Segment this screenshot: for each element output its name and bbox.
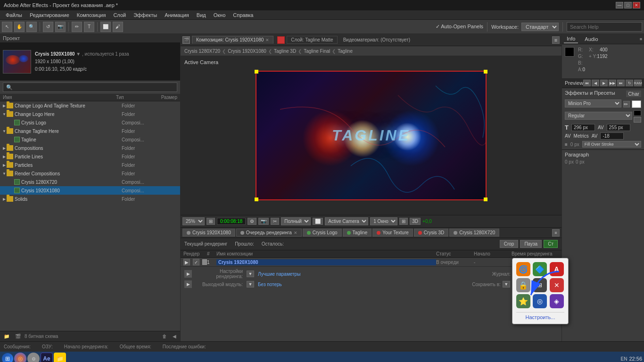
fill-select[interactable]: Fill Over Stroke (582, 141, 641, 148)
quality-select[interactable]: Полный (281, 217, 311, 225)
prev-play-button[interactable]: ▶ (600, 80, 608, 86)
camera-select[interactable]: Active Camera (325, 217, 368, 225)
prev-start-button[interactable]: ⏮ (583, 80, 591, 86)
folder-arrow-icon[interactable]: ▼ (2, 129, 7, 133)
handle-bl[interactable] (255, 197, 258, 201)
handle-tr[interactable] (484, 70, 487, 74)
menu-window[interactable]: Окно (210, 11, 230, 19)
tree-item-8[interactable]: ▶ParticlesFolder (0, 161, 180, 169)
breadcrumb-item-4[interactable]: Tagline (338, 49, 353, 54)
menu-composition[interactable]: Композиция (73, 11, 110, 19)
tool-shape[interactable]: ⬜ (100, 22, 111, 32)
render-row-expand[interactable]: ▶ (183, 259, 190, 265)
tree-item-9[interactable]: ▼Render CompositionsFolder (0, 169, 180, 178)
info-tab[interactable]: Info (564, 35, 578, 43)
search-input[interactable] (567, 22, 642, 32)
settings-expand[interactable]: ▶ (184, 270, 192, 278)
font-style-select[interactable]: Regular (565, 112, 632, 120)
tree-item-1[interactable]: ▶Change Logo And Tagline TextureFolder (0, 101, 180, 110)
handle-tl[interactable] (255, 70, 258, 74)
opacity-input[interactable] (607, 124, 630, 131)
menu-files[interactable]: Файлы (2, 11, 26, 19)
font-picker-button[interactable]: ✏ (623, 101, 630, 107)
fit-button[interactable]: ⊞ (206, 218, 215, 225)
tool-text[interactable]: T (84, 22, 94, 32)
breadcrumb-item-1[interactable]: Crysis 1920X1080 (228, 49, 266, 54)
btab-tagline[interactable]: Tagline (343, 229, 372, 237)
menu-help[interactable]: Справка (229, 11, 257, 19)
output-expand[interactable]: ▶ (184, 280, 192, 288)
close-button[interactable]: ✕ (633, 2, 640, 8)
folder-arrow-icon[interactable]: ▶ (2, 154, 7, 159)
popup-config-button[interactable]: Настроить... (516, 314, 564, 320)
btab-crysis-logo[interactable]: Crysis Logo (303, 229, 342, 237)
folder-arrow-icon[interactable]: ▼ (2, 112, 7, 116)
tree-item-2[interactable]: ▼Change Logo HereFolder (0, 110, 180, 118)
char-title[interactable]: Char (626, 90, 641, 97)
folder-arrow-icon[interactable]: ▶ (2, 197, 7, 201)
resolution-button[interactable]: ⬜ (313, 218, 323, 225)
render-row-check[interactable]: ✓ (193, 259, 199, 265)
tracking-input[interactable] (600, 132, 624, 140)
prev-ram-button[interactable]: RAM (634, 80, 642, 86)
prev-loop-button[interactable]: ↻ (626, 80, 633, 86)
btab-crysis-3d[interactable]: Crysis 3D (414, 229, 448, 237)
prev-end-button[interactable]: ⏭ (617, 80, 625, 86)
menu-layer[interactable]: Слой (109, 11, 130, 19)
crop-button[interactable]: Crop (500, 240, 519, 248)
info-menu-button[interactable]: ≡ (640, 37, 642, 41)
start-render-button[interactable]: Ст (544, 240, 558, 248)
fill-color-swatch[interactable] (634, 110, 641, 116)
font-size-input[interactable] (571, 124, 595, 131)
tabs-menu-button[interactable]: ≡ (552, 229, 560, 237)
menu-effects[interactable]: Эффекты (130, 11, 161, 19)
btab-close-2[interactable]: ✕ (294, 230, 297, 235)
trash-button[interactable]: 🗑 (160, 333, 169, 339)
minimize-button[interactable]: — (616, 2, 623, 8)
btab-render-queue[interactable]: Очередь рендеринга ✕ (236, 229, 302, 237)
auto-open-panels[interactable]: ✓ Auto-Open Panels (436, 24, 483, 30)
output-dropdown[interactable]: ▼ (247, 281, 254, 288)
render-queue-row[interactable]: ▶ ✓ 1 Crysis 1920X1080 В очереди - - (181, 258, 561, 267)
handle-br[interactable] (484, 197, 487, 201)
zoom-select[interactable]: 25% (182, 217, 205, 225)
menu-animation[interactable]: Анимация (161, 11, 193, 19)
pause-button[interactable]: Пауза (520, 240, 542, 248)
folder-arrow-icon[interactable]: ▶ (2, 103, 7, 108)
btab-crysis-1280[interactable]: Crysis 1280X720 (449, 229, 499, 237)
system-button[interactable]: ⚙ (27, 353, 40, 362)
snapshot-button[interactable]: 📷 (258, 218, 269, 225)
new-folder-button[interactable]: 📁 (2, 333, 11, 339)
tree-item-11[interactable]: Crysis 1920X1080Composi... (0, 186, 180, 195)
font-select[interactable]: Minion Pro (565, 99, 621, 107)
comp-tab-close[interactable]: ✕ (265, 38, 269, 42)
panel-menu-button[interactable]: ≡ (552, 36, 560, 44)
tool-rotate[interactable]: ↺ (43, 22, 53, 32)
comp-tab-active[interactable]: Композиция: Crysis 1920X1080 ✕ (192, 36, 273, 44)
tree-item-12[interactable]: ▶SolidsFolder (0, 195, 180, 203)
tree-item-6[interactable]: ▶CompositionsFolder (0, 144, 180, 152)
tool-zoom[interactable]: 🔍 (26, 22, 37, 32)
start-button[interactable]: ⊞ (2, 353, 13, 362)
audio-tab[interactable]: Audio (582, 35, 601, 43)
menu-view[interactable]: Вид (193, 11, 210, 19)
menu-edit[interactable]: Редактирование (26, 11, 73, 19)
prev-forward-button[interactable]: ▶▶ (609, 80, 616, 86)
folder-arrow-icon[interactable]: ▼ (2, 171, 7, 176)
3d-button[interactable]: 3D (410, 218, 421, 225)
region-button[interactable]: ✂ (271, 218, 279, 225)
btab-your-texture[interactable]: Your Texture (372, 229, 413, 237)
breadcrumb-item-0[interactable]: Crysis 1280X720 (184, 49, 220, 54)
maximize-button[interactable]: □ (624, 2, 632, 8)
tool-pen[interactable]: ✏ (72, 22, 82, 32)
ae-button[interactable]: Ae (41, 353, 53, 362)
tree-item-4[interactable]: ▼Change Tagline HereFolder (0, 127, 180, 135)
btab-crysis-1920[interactable]: Crysis 1920X1080 (182, 229, 235, 237)
tree-item-10[interactable]: Crysis 1280X720Composi... (0, 178, 180, 186)
grid-button[interactable]: ⊞ (399, 218, 408, 225)
settings-value[interactable]: Лучшие параметры (258, 272, 300, 277)
prev-back-button[interactable]: ◀ (592, 80, 599, 86)
view-select[interactable]: 1 Окно (370, 217, 397, 225)
stroke-color-swatch[interactable] (632, 100, 641, 108)
render-row-name[interactable]: Crysis 1920X1080 (216, 259, 436, 265)
